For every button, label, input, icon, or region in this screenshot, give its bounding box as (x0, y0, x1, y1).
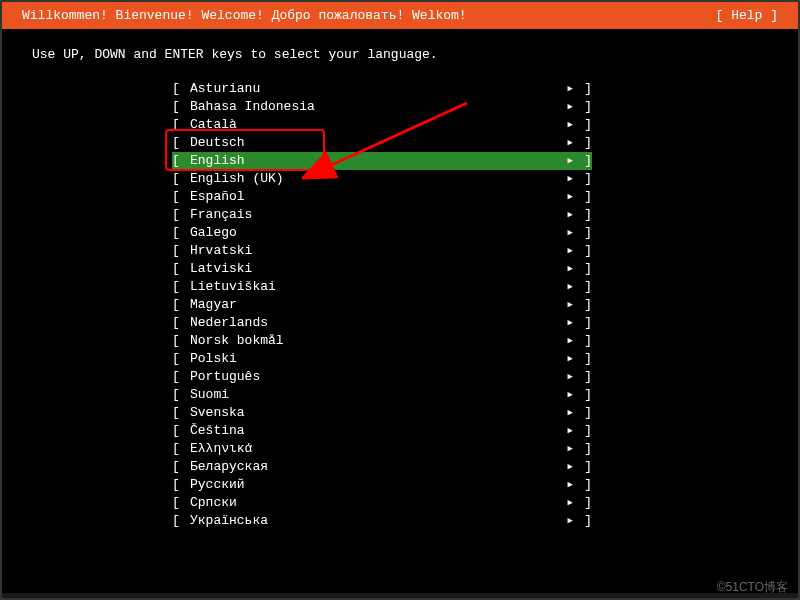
submenu-arrow-icon: ▸ (554, 152, 574, 170)
bracket-close: ] (574, 476, 592, 494)
bracket-open: [ (172, 188, 190, 206)
language-item[interactable]: [Bahasa Indonesia▸] (172, 98, 592, 116)
language-name: Беларуская (190, 458, 554, 476)
bracket-close: ] (574, 368, 592, 386)
language-item[interactable]: [Português▸] (172, 368, 592, 386)
submenu-arrow-icon: ▸ (554, 206, 574, 224)
language-name: Svenska (190, 404, 554, 422)
bracket-open: [ (172, 206, 190, 224)
language-name: Hrvatski (190, 242, 554, 260)
language-item[interactable]: [Magyar▸] (172, 296, 592, 314)
language-name: Français (190, 206, 554, 224)
bracket-open: [ (172, 116, 190, 134)
submenu-arrow-icon: ▸ (554, 494, 574, 512)
language-item[interactable]: [Српски▸] (172, 494, 592, 512)
bracket-close: ] (574, 224, 592, 242)
language-name: Lietuviškai (190, 278, 554, 296)
bracket-open: [ (172, 494, 190, 512)
content-area: Use UP, DOWN and ENTER keys to select yo… (2, 29, 798, 593)
language-item[interactable]: [Español▸] (172, 188, 592, 206)
language-item[interactable]: [Deutsch▸] (172, 134, 592, 152)
bracket-close: ] (574, 98, 592, 116)
language-item[interactable]: [Lietuviškai▸] (172, 278, 592, 296)
language-item[interactable]: [Català▸] (172, 116, 592, 134)
language-name: Српски (190, 494, 554, 512)
language-name: Deutsch (190, 134, 554, 152)
submenu-arrow-icon: ▸ (554, 458, 574, 476)
submenu-arrow-icon: ▸ (554, 476, 574, 494)
language-name: Polski (190, 350, 554, 368)
language-item[interactable]: [English (UK)▸] (172, 170, 592, 188)
bracket-open: [ (172, 368, 190, 386)
language-name: Català (190, 116, 554, 134)
bracket-close: ] (574, 116, 592, 134)
watermark-text: ©51CTO博客 (717, 579, 788, 596)
language-item[interactable]: [Ελληνικά▸] (172, 440, 592, 458)
bracket-close: ] (574, 242, 592, 260)
submenu-arrow-icon: ▸ (554, 296, 574, 314)
language-name: Українська (190, 512, 554, 530)
submenu-arrow-icon: ▸ (554, 350, 574, 368)
language-item[interactable]: [English▸] (172, 152, 592, 170)
bracket-open: [ (172, 458, 190, 476)
submenu-arrow-icon: ▸ (554, 98, 574, 116)
bracket-open: [ (172, 314, 190, 332)
language-item[interactable]: [Norsk bokmål▸] (172, 332, 592, 350)
language-item[interactable]: [Suomi▸] (172, 386, 592, 404)
bracket-open: [ (172, 404, 190, 422)
bracket-close: ] (574, 188, 592, 206)
language-name: Bahasa Indonesia (190, 98, 554, 116)
bracket-close: ] (574, 80, 592, 98)
submenu-arrow-icon: ▸ (554, 80, 574, 98)
bracket-close: ] (574, 260, 592, 278)
bracket-close: ] (574, 134, 592, 152)
bracket-close: ] (574, 278, 592, 296)
submenu-arrow-icon: ▸ (554, 404, 574, 422)
language-item[interactable]: [Galego▸] (172, 224, 592, 242)
language-item[interactable]: [Français▸] (172, 206, 592, 224)
language-item[interactable]: [Русский▸] (172, 476, 592, 494)
bracket-close: ] (574, 512, 592, 530)
bracket-open: [ (172, 476, 190, 494)
instruction-text: Use UP, DOWN and ENTER keys to select yo… (32, 47, 768, 62)
bracket-close: ] (574, 206, 592, 224)
bracket-open: [ (172, 98, 190, 116)
submenu-arrow-icon: ▸ (554, 260, 574, 278)
bracket-open: [ (172, 152, 190, 170)
language-name: English (190, 152, 554, 170)
bracket-open: [ (172, 134, 190, 152)
help-button[interactable]: [ Help ] (716, 8, 778, 23)
language-item[interactable]: [Polski▸] (172, 350, 592, 368)
language-name: English (UK) (190, 170, 554, 188)
language-item[interactable]: [Беларуская▸] (172, 458, 592, 476)
language-name: Nederlands (190, 314, 554, 332)
bracket-close: ] (574, 350, 592, 368)
submenu-arrow-icon: ▸ (554, 386, 574, 404)
language-item[interactable]: [Hrvatski▸] (172, 242, 592, 260)
language-list: [Asturianu▸][Bahasa Indonesia▸][Català▸]… (172, 80, 592, 530)
bracket-close: ] (574, 386, 592, 404)
language-name: Norsk bokmål (190, 332, 554, 350)
language-item[interactable]: [Українська▸] (172, 512, 592, 530)
language-name: Galego (190, 224, 554, 242)
bracket-open: [ (172, 296, 190, 314)
bracket-open: [ (172, 440, 190, 458)
language-name: Čeština (190, 422, 554, 440)
submenu-arrow-icon: ▸ (554, 512, 574, 530)
bracket-close: ] (574, 152, 592, 170)
submenu-arrow-icon: ▸ (554, 224, 574, 242)
language-item[interactable]: [Latviski▸] (172, 260, 592, 278)
language-item[interactable]: [Nederlands▸] (172, 314, 592, 332)
bracket-close: ] (574, 296, 592, 314)
language-item[interactable]: [Čeština▸] (172, 422, 592, 440)
bracket-close: ] (574, 494, 592, 512)
language-name: Asturianu (190, 80, 554, 98)
submenu-arrow-icon: ▸ (554, 314, 574, 332)
language-item[interactable]: [Asturianu▸] (172, 80, 592, 98)
bracket-close: ] (574, 422, 592, 440)
language-item[interactable]: [Svenska▸] (172, 404, 592, 422)
bracket-close: ] (574, 314, 592, 332)
bracket-close: ] (574, 404, 592, 422)
bracket-open: [ (172, 332, 190, 350)
language-name: Ελληνικά (190, 440, 554, 458)
